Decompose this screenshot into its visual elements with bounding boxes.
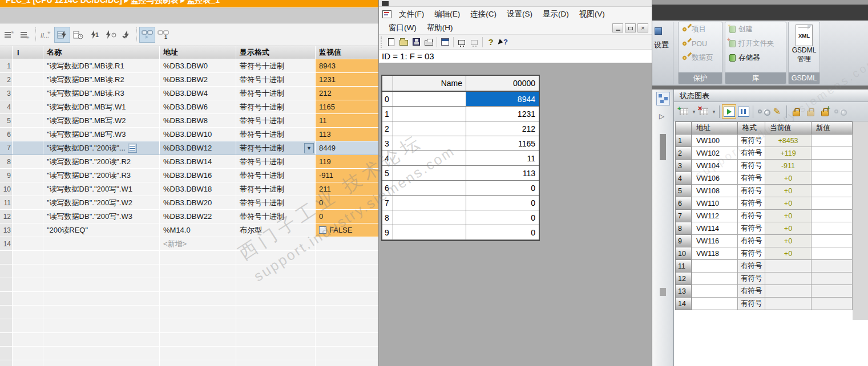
cell-format[interactable]: 带符号十进制 [236,196,316,209]
cell-address[interactable]: VW100 [692,135,738,147]
cell-format[interactable]: 有符号 [738,285,765,298]
cell-format[interactable]: 带符号十进制 [236,169,316,182]
cell-new-value[interactable] [812,197,853,210]
cell-new-value[interactable] [812,172,853,185]
cell-monitor-value[interactable]: 1165 [316,100,378,113]
cell-format[interactable]: 有符号 [738,298,765,310]
cell-monitor-value[interactable]: 0 [316,196,378,209]
cell-address[interactable]: VW110 [692,197,738,210]
table-row[interactable]: 9"读写数据DB"."200读".R3%DB3.DBW16带符号十进制-911 [0,169,379,182]
collapse-arrow-icon[interactable]: ▷ [659,112,664,120]
cell-format[interactable]: 布尔型 [236,223,316,237]
status-row[interactable]: 13有符号 [675,285,853,298]
insert-menu-arrow[interactable]: ▾ [691,109,697,115]
display-setup-icon[interactable] [439,36,451,48]
status-row[interactable]: 8VW114有符号+0 [675,222,853,235]
cell-format[interactable]: 有符号 [738,210,765,222]
cell-name[interactable] [393,196,466,210]
status-row[interactable]: 10VW118有符号+0 [675,247,853,260]
menu-window[interactable]: 窗口(W) [383,22,422,34]
cell-format[interactable]: 带符号十进制 [236,73,316,86]
cell-format[interactable]: 带符号十进制 [236,210,316,223]
cell-address[interactable]: %DB3.DBW0 [160,59,236,72]
cell-monitor-value[interactable]: 113 [316,128,378,141]
cell-new-value[interactable] [812,247,853,260]
cell-address[interactable]: %DB3.DBW22 [160,210,236,223]
empty-row[interactable] [0,319,379,333]
status-row[interactable]: 14有符号 [675,298,853,310]
cell-monitor-value[interactable]: 211 [316,182,378,196]
cell-address[interactable]: VW112 [692,210,738,222]
grid-row[interactable]: 60 [382,181,539,196]
insert-chart-icon[interactable]: + [677,104,691,119]
cell-name[interactable]: "读写数据DB"."200写".W1 [43,182,160,196]
table-row[interactable]: 4"读写数据DB".MB写.W1%DB3.DBW6带符号十进制1165 [0,100,379,114]
empty-row[interactable] [0,292,379,306]
menu-help[interactable]: 帮助(H) [422,22,458,34]
status-row[interactable]: 9VW116有符号+0 [675,235,853,247]
cell-name[interactable] [393,166,466,181]
cell-format[interactable]: 有符号 [738,172,765,185]
cell-address-new[interactable]: <新增> [160,237,236,250]
expand-name-icon[interactable] [128,144,137,153]
table-row[interactable]: 3"读写数据DB".MB读.R3%DB3.DBW4带符号十进制212 [0,87,379,100]
context-help-icon[interactable]: ? [497,36,510,48]
watch-all-icon[interactable] [139,27,155,43]
cell-name[interactable] [393,151,466,166]
cell-value[interactable]: 0 [466,196,539,210]
cell-name[interactable]: "读写数据DB".MB读.R3 [43,87,160,100]
cell-value[interactable]: 212 [466,121,539,136]
edit-icon[interactable]: ✎ [770,104,784,119]
status-row[interactable]: 11有符号 [675,260,853,273]
cell-value[interactable]: 0 [466,225,539,240]
expand-format-icon[interactable]: II...✳ [38,27,54,43]
empty-row[interactable] [0,265,379,278]
minimize-button[interactable] [612,23,623,32]
empty-row[interactable] [0,251,379,265]
menu-display[interactable]: 显示(D) [538,8,574,21]
cell-address[interactable]: VW116 [692,235,738,247]
cell-address[interactable] [692,285,738,298]
xml-file-icon[interactable]: XML [796,25,813,46]
cell-format[interactable]: 带符号十进制▼ [236,141,316,154]
cell-format[interactable]: 有符号 [738,260,765,273]
empty-row[interactable] [0,347,379,360]
insert-row-icon[interactable]: ✳ [1,27,17,43]
table-row[interactable]: 2"读写数据DB".MB读.R2%DB3.DBW2带符号十进制1231 [0,73,379,87]
status-row[interactable]: 12有符号 [675,273,853,285]
cell-monitor-value[interactable]: -911 [316,169,378,182]
cell-address[interactable]: %DB3.DBW18 [160,182,236,196]
cell-monitor-value[interactable]: 1231 [316,73,378,86]
cell-address[interactable] [692,273,738,285]
cell-new-value[interactable] [812,160,853,172]
cell-value[interactable]: 11 [466,151,539,166]
cell-monitor-value[interactable]: 0 [316,210,378,223]
status-row[interactable]: 7VW112有符号+0 [675,210,853,222]
cell-name[interactable]: "读写数据DB".MB写.W2 [43,114,160,127]
cell-value[interactable]: 1231 [466,107,539,121]
format-dropdown-icon[interactable]: ▼ [304,143,314,153]
cell-new-value[interactable] [812,135,853,147]
status-row[interactable]: 3VW104有符号-911 [675,160,853,172]
chart-status-on-icon[interactable] [722,104,736,119]
cell-address[interactable] [692,260,738,273]
ribbon-item-create[interactable]: 创建 [725,22,786,36]
cell-address[interactable]: %DB3.DBW8 [160,114,236,127]
cell-name[interactable]: "读写数据DB"."200读"... [43,141,160,154]
grid-row[interactable]: 5113 [382,166,539,181]
cell-value[interactable]: 0 [466,210,539,225]
empty-row[interactable] [0,360,379,366]
cell-format[interactable]: 带符号十进制 [236,114,316,127]
table-row-new[interactable]: 14<新增> [0,237,379,251]
delete-menu-arrow[interactable]: ▾ [711,109,717,115]
status-row[interactable]: 1VW100有符号+8453 [675,135,853,147]
cell-format[interactable]: 有符号 [738,160,765,172]
monitor-once-icon[interactable] [70,27,86,43]
cell-name[interactable]: "读写数据DB"."200读".R2 [43,155,160,168]
cell-value[interactable]: 1165 [466,136,539,151]
col-register-header[interactable]: 00000 [466,76,539,92]
modify-to-1-icon[interactable]: 1 [86,27,102,43]
cell-name[interactable] [43,237,160,250]
status-row[interactable]: 5VW108有符号+0 [675,185,853,197]
cell-new-value[interactable] [812,222,853,235]
